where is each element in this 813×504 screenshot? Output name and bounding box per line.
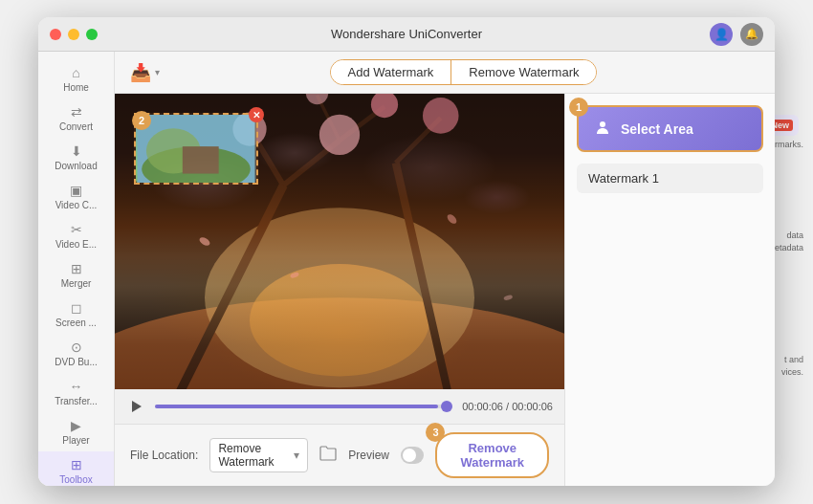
user-icon[interactable]: 👤 (710, 23, 733, 46)
toolbox-icon: ⊞ (71, 457, 82, 472)
convert-icon: ⇄ (71, 104, 82, 120)
sidebar-label-transfer: Transfer... (55, 396, 98, 406)
video-background: ✕ 2 (115, 94, 564, 389)
step-1-badge: 1 (569, 98, 588, 117)
sidebar-label-player: Player (62, 435, 89, 446)
sidebar-item-video-comp[interactable]: ▣ Video C... (38, 177, 114, 216)
sidebar-item-download[interactable]: ⬇ Download (38, 138, 114, 177)
sidebar-label-merger: Merger (61, 278, 92, 289)
tab-remove-watermark[interactable]: Remove Watermark (451, 60, 596, 84)
current-time: 00:00:06 / 00:00:06 (462, 401, 553, 412)
video-comp-icon: ▣ (70, 183, 82, 198)
step-2-badge: 2 (132, 111, 151, 130)
toggle-knob (403, 449, 416, 462)
remove-watermark-button[interactable]: Remove Watermark (435, 432, 549, 478)
import-icon: 📥 (130, 62, 151, 83)
svg-point-12 (319, 115, 360, 155)
sidebar-label-download: Download (55, 161, 97, 171)
select-area-button[interactable]: Select Area (577, 105, 763, 152)
svg-point-3 (250, 264, 429, 377)
watermark-list-item-1[interactable]: Watermark 1 (577, 164, 763, 193)
sidebar-label-screen: Screen ... (55, 318, 97, 328)
sidebar-item-screen[interactable]: ◻ Screen ... (38, 295, 114, 334)
file-location-select[interactable]: Remove Watermark ▾ (209, 438, 308, 472)
transfer-icon: ↔ (70, 379, 83, 394)
right-panel: 1 Select Area W (564, 94, 775, 486)
screen-icon: ◻ (71, 300, 82, 316)
preview-label: Preview (348, 449, 389, 462)
dropdown-chevron-icon: ▾ (294, 449, 299, 462)
svg-point-25 (600, 121, 605, 127)
svg-rect-23 (183, 146, 219, 173)
video-area: ✕ 2 (115, 94, 564, 486)
tab-add-watermark[interactable]: Add Watermark (331, 60, 452, 84)
import-button[interactable]: 📥 ▾ (130, 62, 160, 83)
video-edit-icon: ✂ (71, 222, 82, 237)
sidebar-item-transfer[interactable]: ↔ Transfer... (38, 373, 114, 412)
file-location-label: File Location: (130, 449, 198, 462)
time-separator: / (506, 401, 509, 412)
watermark-header: 📥 ▾ Add Watermark Remove Watermark (115, 52, 775, 94)
download-icon: ⬇ (71, 143, 82, 159)
progress-bar[interactable] (155, 405, 452, 408)
sidebar-label-convert: Convert (59, 121, 93, 132)
video-container: ✕ 2 (115, 94, 564, 389)
titlebar: Wondershare UniConverter 👤 🔔 (38, 17, 775, 52)
file-bar: File Location: Remove Watermark ▾ Previe… (115, 424, 564, 486)
preview-toggle[interactable] (401, 447, 424, 464)
folder-browse-button[interactable] (319, 446, 337, 465)
select-area-icon (594, 119, 611, 139)
progress-thumb (441, 401, 452, 412)
remove-button-wrapper: 3 Remove Watermark (435, 432, 549, 478)
window-title: Wondershare UniConverter (331, 27, 482, 41)
bell-icon[interactable]: 🔔 (740, 23, 763, 46)
maximize-button[interactable] (86, 29, 98, 40)
remove-selection-button[interactable]: ✕ (249, 107, 264, 122)
video-controls: 00:00:06 / 00:00:06 (115, 389, 564, 424)
watermark-tabs: Add Watermark Remove Watermark (330, 59, 598, 85)
home-icon: ⌂ (72, 65, 79, 80)
sidebar-label-dvd: DVD Bu... (55, 357, 97, 367)
sidebar-label-home: Home (63, 82, 89, 93)
thumbnail-preview (136, 115, 256, 183)
play-button[interactable] (126, 397, 145, 416)
svg-point-15 (423, 98, 459, 134)
dvd-icon: ⊙ (71, 340, 82, 355)
select-area-label: Select Area (621, 121, 693, 137)
close-button[interactable] (50, 29, 61, 40)
progress-fill (155, 405, 438, 408)
sidebar-item-player[interactable]: ▶ Player (38, 412, 114, 451)
sidebar-item-toolbox[interactable]: ⊞ Toolbox (38, 451, 114, 486)
merger-icon: ⊞ (71, 261, 82, 276)
sidebar: ⌂ Home ⇄ Convert ⬇ Download ▣ Video C...… (38, 52, 115, 486)
sidebar-item-dvd[interactable]: ⊙ DVD Bu... (38, 334, 114, 373)
sidebar-label-video-edit: Video E... (55, 239, 97, 250)
sidebar-item-merger[interactable]: ⊞ Merger (38, 255, 114, 295)
selection-area[interactable]: ✕ (134, 113, 258, 185)
sidebar-label-video-comp: Video C... (55, 200, 98, 210)
player-icon: ▶ (71, 418, 81, 433)
svg-marker-24 (132, 401, 142, 412)
sidebar-item-video-edit[interactable]: ✂ Video E... (38, 216, 114, 255)
sidebar-item-home[interactable]: ⌂ Home (38, 59, 114, 99)
sidebar-item-convert[interactable]: ⇄ Convert (38, 99, 114, 138)
sidebar-label-toolbox: Toolbox (59, 474, 92, 485)
select-area-wrapper: 1 Select Area (577, 105, 763, 164)
minimize-button[interactable] (68, 29, 79, 40)
file-location-value: Remove Watermark (218, 442, 288, 469)
import-chevron: ▾ (155, 67, 160, 77)
